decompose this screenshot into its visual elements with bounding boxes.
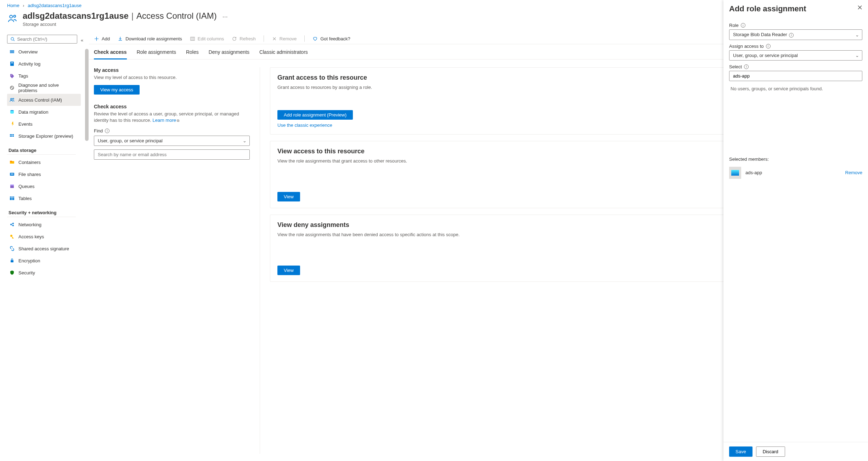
use-classic-link[interactable]: Use the classic experience <box>277 123 353 128</box>
sidebar-item-tables[interactable]: Tables <box>7 192 81 204</box>
sidebar-item-access-keys[interactable]: Access keys <box>7 230 81 243</box>
discard-button[interactable]: Discard <box>756 446 785 457</box>
tab-check-access[interactable]: Check access <box>94 49 127 59</box>
add-role-assignment-preview-button[interactable]: Add role assignment (Preview) <box>277 110 353 120</box>
svg-rect-5 <box>10 52 14 53</box>
svg-rect-6 <box>10 62 14 66</box>
sidebar-item-events[interactable]: Events <box>7 118 81 130</box>
tab-roles[interactable]: Roles <box>186 49 199 59</box>
tab-classic-admins[interactable]: Classic administrators <box>259 49 308 59</box>
my-access-desc: View my level of access to this resource… <box>94 74 250 81</box>
page-title: Access Control (IAM) <box>136 11 217 21</box>
sidebar-item-label: Storage Explorer (preview) <box>18 133 73 139</box>
find-search-input[interactable] <box>94 149 250 160</box>
sidebar-item-label: Tables <box>18 196 32 201</box>
save-button[interactable]: Save <box>729 446 753 457</box>
sidebar-item-label: Overview <box>18 49 38 55</box>
svg-rect-7 <box>11 62 13 63</box>
svg-rect-27 <box>10 197 14 200</box>
learn-more-link[interactable]: Learn more <box>152 118 176 123</box>
chevron-down-icon: ⌄ <box>855 32 859 37</box>
divider <box>7 217 76 217</box>
nav-icon <box>9 97 15 103</box>
breadcrumb-home[interactable]: Home <box>7 3 19 8</box>
sidebar-item-label: Activity log <box>18 61 40 67</box>
tab-deny-assignments[interactable]: Deny assignments <box>209 49 249 59</box>
sidebar-item-shared-access-signature[interactable]: Shared access signature <box>7 243 81 255</box>
sidebar-item-data-migration[interactable]: Data migration <box>7 106 81 118</box>
sidebar-item-access-control-iam-[interactable]: Access Control (IAM) <box>7 94 81 106</box>
close-button[interactable] <box>857 4 862 12</box>
sidebar: OverviewActivity logTagsDiagnose and sol… <box>0 33 89 461</box>
cmd-download[interactable]: Download role assignments <box>118 36 182 41</box>
sidebar-item-queues[interactable]: Queues <box>7 180 81 192</box>
svg-point-29 <box>12 223 14 224</box>
view-button[interactable]: View <box>277 192 300 201</box>
sidebar-item-label: Data migration <box>18 109 49 115</box>
external-icon: ⧉ <box>177 119 179 123</box>
nav-icon <box>9 258 15 263</box>
nav-icon <box>9 246 15 251</box>
sidebar-item-encryption[interactable]: Encryption <box>7 255 81 267</box>
sidebar-search-input[interactable] <box>17 36 74 42</box>
nav-icon <box>9 195 15 201</box>
info-icon[interactable]: i <box>105 129 109 133</box>
view-my-access-button[interactable]: View my access <box>94 85 140 95</box>
remove-member-link[interactable]: Remove <box>845 170 862 175</box>
more-button[interactable]: ··· <box>222 13 228 21</box>
select-input[interactable] <box>729 71 862 81</box>
group-security: Security + networking <box>9 210 81 215</box>
info-icon[interactable]: i <box>744 64 749 69</box>
sidebar-item-networking[interactable]: Networking <box>7 218 81 230</box>
scrollbar[interactable] <box>85 49 89 141</box>
sidebar-item-containers[interactable]: Containers <box>7 156 81 168</box>
sidebar-item-label: Access keys <box>18 234 44 239</box>
svg-rect-33 <box>191 37 195 40</box>
sidebar-item-overview[interactable]: Overview <box>7 46 81 58</box>
info-icon[interactable]: i <box>789 33 794 38</box>
info-icon[interactable]: i <box>766 44 771 49</box>
breadcrumb-resource[interactable]: adlsg2datascans1rg1ause <box>28 3 81 8</box>
nav-icon <box>9 159 15 165</box>
sidebar-item-security[interactable]: Security <box>7 267 81 279</box>
sidebar-item-label: Queues <box>18 184 35 189</box>
nav-icon <box>9 61 15 67</box>
chevron-down-icon: ⌄ <box>855 53 859 58</box>
sidebar-item-diagnose-and-solve-problems[interactable]: Diagnose and solve problems <box>7 82 81 94</box>
cmd-remove[interactable]: Remove <box>272 36 297 41</box>
nav-icon <box>9 109 15 115</box>
sidebar-item-label: Tags <box>18 73 28 79</box>
divider <box>260 67 260 454</box>
svg-rect-4 <box>10 51 14 52</box>
selected-member-row: ads-app Remove <box>729 167 862 179</box>
cmd-add[interactable]: Add <box>94 36 110 41</box>
check-access-title: Check access <box>94 104 250 109</box>
collapse-sidebar-button[interactable]: « <box>81 38 83 43</box>
sidebar-item-file-shares[interactable]: File shares <box>7 168 81 180</box>
view-button[interactable]: View <box>277 266 300 275</box>
assign-access-dropdown[interactable]: User, group, or service principal ⌄ <box>729 50 862 61</box>
cmd-edit-columns[interactable]: Edit columns <box>190 36 224 41</box>
cmd-refresh[interactable]: Refresh <box>232 36 256 41</box>
member-name: ads-app <box>745 170 762 175</box>
svg-point-0 <box>10 15 12 18</box>
info-icon[interactable]: i <box>741 23 745 28</box>
find-type-dropdown[interactable]: User, group, or service principal ⌄ <box>94 136 250 146</box>
sidebar-item-tags[interactable]: Tags <box>7 70 81 82</box>
people-icon <box>7 13 18 24</box>
nav-icon <box>9 222 15 227</box>
svg-rect-23 <box>11 173 13 174</box>
tab-role-assignments[interactable]: Role assignments <box>137 49 176 59</box>
svg-point-31 <box>10 235 12 237</box>
role-dropdown[interactable]: Storage Blob Data Reader i ⌄ <box>729 29 862 40</box>
sidebar-search[interactable] <box>7 35 77 44</box>
sidebar-item-label: Containers <box>18 160 41 165</box>
sidebar-item-storage-explorer-preview-[interactable]: Storage Explorer (preview) <box>7 130 81 142</box>
cmd-feedback[interactable]: Got feedback? <box>312 36 350 41</box>
nav-icon <box>9 85 15 91</box>
columns-icon <box>190 36 195 41</box>
nav-icon <box>9 183 15 189</box>
svg-point-1 <box>13 15 16 17</box>
sidebar-item-activity-log[interactable]: Activity log <box>7 58 81 70</box>
svg-rect-15 <box>11 134 12 135</box>
